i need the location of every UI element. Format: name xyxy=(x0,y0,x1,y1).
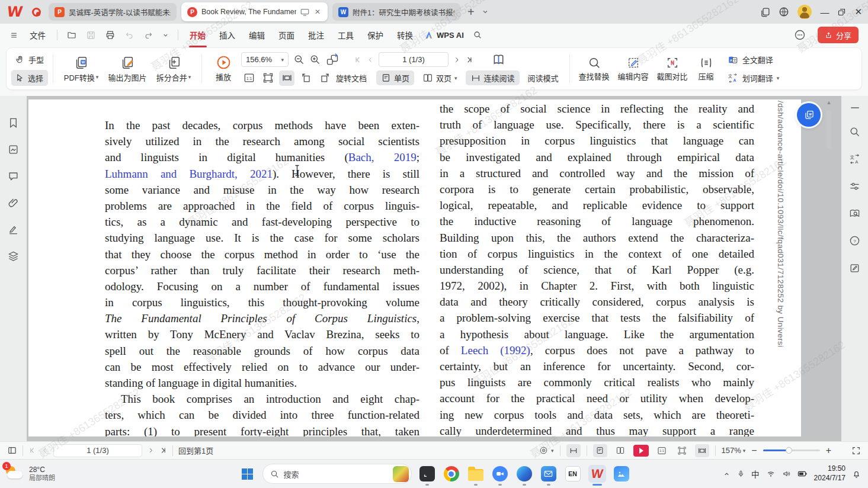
hamburger-icon[interactable] xyxy=(9,31,18,39)
split-merge-button[interactable]: 拆分合并▾ xyxy=(150,50,197,87)
read-mode-button[interactable]: 阅读模式 xyxy=(523,70,563,85)
taskbar-app-mail[interactable] xyxy=(540,465,558,483)
notification-icon[interactable] xyxy=(852,470,861,479)
taskbar-app-photos[interactable] xyxy=(613,465,630,483)
fit-page-icon[interactable] xyxy=(260,70,276,86)
panel-settings-icon[interactable] xyxy=(849,181,860,192)
signature-icon[interactable] xyxy=(8,224,19,235)
tab-close-icon[interactable]: ✕ xyxy=(313,8,322,16)
taskbar-lang-en[interactable]: EN xyxy=(564,465,582,483)
zoom-out-icon[interactable] xyxy=(293,54,305,65)
sb-continuous-icon[interactable] xyxy=(566,444,581,457)
collapse-handle-icon[interactable] xyxy=(850,105,860,110)
microphone-icon[interactable] xyxy=(737,469,745,479)
zoom-slider-knob[interactable] xyxy=(786,447,792,454)
panel-note-icon[interactable] xyxy=(849,262,860,274)
next-page-icon[interactable] xyxy=(453,56,460,64)
comment-icon[interactable] xyxy=(8,171,19,182)
fullscreen-icon[interactable] xyxy=(851,446,861,455)
workspace-icon[interactable] xyxy=(760,7,770,17)
zoom-combobox[interactable]: 156.6%▾ xyxy=(241,52,289,67)
save-icon[interactable] xyxy=(86,30,96,40)
scroll-up-icon[interactable]: ▲ xyxy=(827,99,832,105)
sb-play-button[interactable] xyxy=(633,445,649,457)
tab-pdf-active[interactable]: P Book Review, The Fundamen ✕ xyxy=(181,2,328,21)
sb-next-page-icon[interactable] xyxy=(148,447,154,454)
actual-size-icon[interactable]: 1:1 xyxy=(241,70,257,86)
tray-chevron-up-icon[interactable] xyxy=(723,471,731,477)
send-to-device-icon[interactable] xyxy=(300,8,309,16)
sb-single-page-icon[interactable] xyxy=(593,444,607,457)
tab-comment[interactable]: 批注 xyxy=(306,28,326,42)
wps-logo-icon[interactable]: W xyxy=(5,4,25,20)
bookmark-icon[interactable] xyxy=(8,117,19,129)
quickbar-chevron-icon[interactable] xyxy=(162,32,169,38)
weather-widget[interactable]: 1 28°C 局部晴朗 xyxy=(0,465,55,483)
tab-tools[interactable]: 工具 xyxy=(335,28,356,42)
redo-icon[interactable] xyxy=(143,31,153,40)
sb-actual-size-icon[interactable]: 1:1 xyxy=(655,444,669,457)
layers-icon[interactable] xyxy=(8,251,19,262)
sb-zoom-in-icon[interactable]: + xyxy=(826,445,831,456)
last-page-icon[interactable] xyxy=(465,56,473,64)
sb-last-page-icon[interactable] xyxy=(159,447,167,454)
panel-search-icon[interactable] xyxy=(849,126,860,137)
tab-page[interactable]: 页面 xyxy=(276,28,297,42)
play-button[interactable]: 播放 xyxy=(207,50,240,87)
menu-file[interactable]: 文件 xyxy=(27,28,48,42)
sb-page-indicator-box[interactable]: 1 (1/3) xyxy=(53,444,142,457)
tab-list-chevron-icon[interactable] xyxy=(482,8,489,15)
pdf-convert-button[interactable]: W PDF转换▾ xyxy=(58,50,104,87)
full-translation-button[interactable]: A文 全文翻译 xyxy=(723,52,784,68)
back-to-first-link[interactable]: 回到第1页 xyxy=(178,445,213,456)
screenshot-compare-button[interactable]: 截图对比 xyxy=(653,50,692,87)
sb-first-page-icon[interactable] xyxy=(28,447,36,454)
taskbar-app-wps[interactable]: W xyxy=(588,465,606,483)
thumbnail-icon[interactable] xyxy=(8,144,19,155)
taskbar-app-edge[interactable] xyxy=(515,465,533,483)
battery-icon[interactable] xyxy=(797,470,808,477)
sb-fit-width-icon[interactable] xyxy=(695,444,709,457)
tab-word[interactable]: W 附件1：研究生中期考核读书报告模板 xyxy=(332,3,460,21)
sb-double-page-icon[interactable] xyxy=(613,444,627,457)
double-page-button[interactable]: 双页▾ xyxy=(418,70,462,85)
compress-button[interactable]: 压缩 xyxy=(692,50,720,87)
panel-toggle-icon[interactable] xyxy=(7,445,17,455)
vertical-scrollbar[interactable]: ▲ xyxy=(826,99,832,435)
page-indicator-box[interactable]: 1 (1/3) xyxy=(379,52,449,67)
tab-ppt[interactable]: P 吴诚辉-英语学院-以读书赋能未来发展 xyxy=(49,3,177,21)
sb-prev-page-icon[interactable] xyxy=(41,447,48,454)
attachment-icon[interactable] xyxy=(8,197,19,208)
rotate-left-icon[interactable] xyxy=(298,70,313,86)
search-promo-image[interactable] xyxy=(393,466,409,482)
find-replace-button[interactable]: 查找替换 xyxy=(575,50,614,87)
continuous-read-button[interactable]: 连续阅读 xyxy=(466,70,520,85)
edit-content-button[interactable]: 编辑内容 xyxy=(614,50,653,87)
rotate-right-icon[interactable] xyxy=(317,70,332,86)
wps-app-icon[interactable] xyxy=(28,8,44,17)
new-tab-button[interactable]: + xyxy=(465,5,477,19)
zoom-slider[interactable] xyxy=(763,450,820,451)
fit-width-icon[interactable] xyxy=(279,70,294,86)
tab-protect[interactable]: 保护 xyxy=(365,28,386,42)
menu-search-icon[interactable] xyxy=(473,30,482,40)
tab-edit[interactable]: 编辑 xyxy=(246,28,267,42)
pdf-page[interactable]: In the past decades, corpus methods have… xyxy=(28,99,801,436)
restore-button[interactable] xyxy=(837,8,846,17)
view-settings-eye-icon[interactable]: ▾ xyxy=(538,446,554,455)
sb-zoom-out-icon[interactable]: − xyxy=(751,445,757,456)
hand-tool-button[interactable]: 手型 xyxy=(11,52,48,68)
taskbar-search[interactable]: 搜索 xyxy=(262,464,412,484)
panel-help-icon[interactable]: ? xyxy=(849,235,860,246)
taskbar-app-dark[interactable] xyxy=(418,465,436,483)
scrollbar-thumb[interactable] xyxy=(827,110,831,148)
user-avatar[interactable] xyxy=(797,5,812,19)
read-mode-book-icon[interactable] xyxy=(491,53,506,66)
sb-fit-page-icon[interactable] xyxy=(675,444,689,457)
taskbar-app-explorer[interactable] xyxy=(467,465,485,483)
share-button[interactable]: 分享 xyxy=(818,27,859,43)
taskbar-clock[interactable]: 19:50 2024/7/17 xyxy=(814,464,845,483)
select-tool-button[interactable]: 选择 xyxy=(11,70,48,86)
taskbar-app-zoom[interactable] xyxy=(491,465,509,483)
wps-ai-menu[interactable]: WPS AI xyxy=(424,30,464,40)
